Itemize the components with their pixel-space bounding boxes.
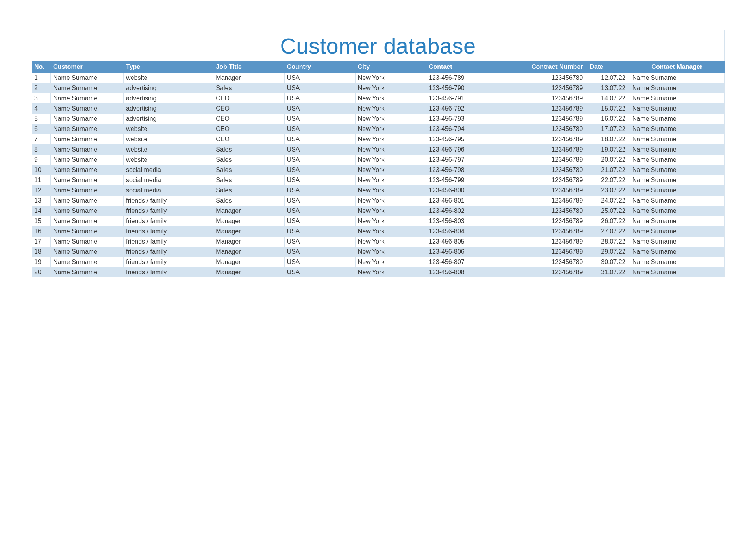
cell-manager: Name Surname [630, 165, 724, 175]
cell-contract: 123456789 [497, 83, 587, 93]
cell-type: website [124, 124, 213, 134]
cell-contract: 123456789 [497, 124, 587, 134]
cell-contract: 123456789 [497, 144, 587, 155]
cell-type: website [124, 155, 213, 165]
cell-country: USA [284, 237, 355, 247]
cell-customer: Name Surname [51, 267, 124, 277]
cell-city: New York [355, 83, 426, 93]
cell-city: New York [355, 226, 426, 237]
cell-manager: Name Surname [630, 216, 724, 226]
cell-job: Manager [213, 216, 284, 226]
cell-manager: Name Surname [630, 103, 724, 114]
table-row: 14Name Surnamefriends / familyManagerUSA… [32, 206, 724, 216]
cell-job: CEO [213, 124, 284, 134]
cell-city: New York [355, 206, 426, 216]
cell-manager: Name Surname [630, 155, 724, 165]
cell-date: 18.07.22 [587, 134, 630, 144]
cell-country: USA [284, 134, 355, 144]
cell-type: friends / family [124, 267, 213, 277]
cell-city: New York [355, 257, 426, 267]
col-customer: Customer [51, 61, 124, 73]
cell-country: USA [284, 267, 355, 277]
col-contact-manager: Contact Manager [630, 61, 724, 73]
cell-customer: Name Surname [51, 83, 124, 93]
cell-city: New York [355, 175, 426, 185]
cell-no: 20 [32, 267, 51, 277]
table-row: 3Name SurnameadvertisingCEOUSANew York12… [32, 93, 724, 103]
cell-job: Sales [213, 196, 284, 206]
cell-date: 25.07.22 [587, 206, 630, 216]
table-row: 19Name Surnamefriends / familyManagerUSA… [32, 257, 724, 267]
cell-country: USA [284, 185, 355, 196]
cell-contact: 123-456-789 [426, 73, 497, 83]
cell-city: New York [355, 124, 426, 134]
cell-manager: Name Surname [630, 124, 724, 134]
col-type: Type [124, 61, 213, 73]
cell-contract: 123456789 [497, 237, 587, 247]
cell-date: 19.07.22 [587, 144, 630, 155]
cell-job: CEO [213, 114, 284, 124]
cell-country: USA [284, 144, 355, 155]
cell-city: New York [355, 114, 426, 124]
table-row: 12Name Surnamesocial mediaSalesUSANew Yo… [32, 185, 724, 196]
cell-contract: 123456789 [497, 196, 587, 206]
cell-job: Manager [213, 73, 284, 83]
cell-job: Manager [213, 226, 284, 237]
cell-country: USA [284, 216, 355, 226]
cell-contact: 123-456-796 [426, 144, 497, 155]
cell-contract: 123456789 [497, 257, 587, 267]
cell-manager: Name Surname [630, 144, 724, 155]
table-row: 17Name Surnamefriends / familyManagerUSA… [32, 237, 724, 247]
cell-contract: 123456789 [497, 267, 587, 277]
cell-job: Sales [213, 155, 284, 165]
table-row: 11Name Surnamesocial mediaSalesUSANew Yo… [32, 175, 724, 185]
col-country: Country [284, 61, 355, 73]
customer-database: Customer database No. Customer Type Job … [32, 30, 724, 277]
cell-date: 29.07.22 [587, 247, 630, 257]
cell-customer: Name Surname [51, 237, 124, 247]
cell-country: USA [284, 206, 355, 216]
cell-contract: 123456789 [497, 175, 587, 185]
cell-job: Manager [213, 247, 284, 257]
cell-type: advertising [124, 83, 213, 93]
cell-contact: 123-456-790 [426, 83, 497, 93]
cell-contact: 123-456-799 [426, 175, 497, 185]
cell-customer: Name Surname [51, 155, 124, 165]
cell-type: friends / family [124, 206, 213, 216]
table-row: 7Name SurnamewebsiteCEOUSANew York123-45… [32, 134, 724, 144]
cell-type: advertising [124, 103, 213, 114]
cell-date: 15.07.22 [587, 103, 630, 114]
cell-date: 30.07.22 [587, 257, 630, 267]
col-city: City [355, 61, 426, 73]
cell-customer: Name Surname [51, 206, 124, 216]
cell-country: USA [284, 226, 355, 237]
cell-country: USA [284, 83, 355, 93]
cell-no: 11 [32, 175, 51, 185]
cell-date: 23.07.22 [587, 185, 630, 196]
cell-contract: 123456789 [497, 103, 587, 114]
table-row: 10Name Surnamesocial mediaSalesUSANew Yo… [32, 165, 724, 175]
col-job-title: Job Title [213, 61, 284, 73]
cell-city: New York [355, 144, 426, 155]
cell-contact: 123-456-791 [426, 93, 497, 103]
cell-date: 24.07.22 [587, 196, 630, 206]
table-row: 5Name SurnameadvertisingCEOUSANew York12… [32, 114, 724, 124]
table-row: 18Name Surnamefriends / familyManagerUSA… [32, 247, 724, 257]
cell-job: Sales [213, 185, 284, 196]
cell-type: social media [124, 175, 213, 185]
cell-customer: Name Surname [51, 134, 124, 144]
col-no: No. [32, 61, 51, 73]
cell-customer: Name Surname [51, 124, 124, 134]
cell-date: 22.07.22 [587, 175, 630, 185]
table-header: No. Customer Type Job Title Country City… [32, 61, 724, 73]
cell-country: USA [284, 155, 355, 165]
cell-type: website [124, 134, 213, 144]
cell-country: USA [284, 124, 355, 134]
cell-manager: Name Surname [630, 185, 724, 196]
cell-contact: 123-456-797 [426, 155, 497, 165]
cell-no: 19 [32, 257, 51, 267]
cell-date: 12.07.22 [587, 73, 630, 83]
cell-manager: Name Surname [630, 83, 724, 93]
cell-contract: 123456789 [497, 155, 587, 165]
cell-job: CEO [213, 103, 284, 114]
